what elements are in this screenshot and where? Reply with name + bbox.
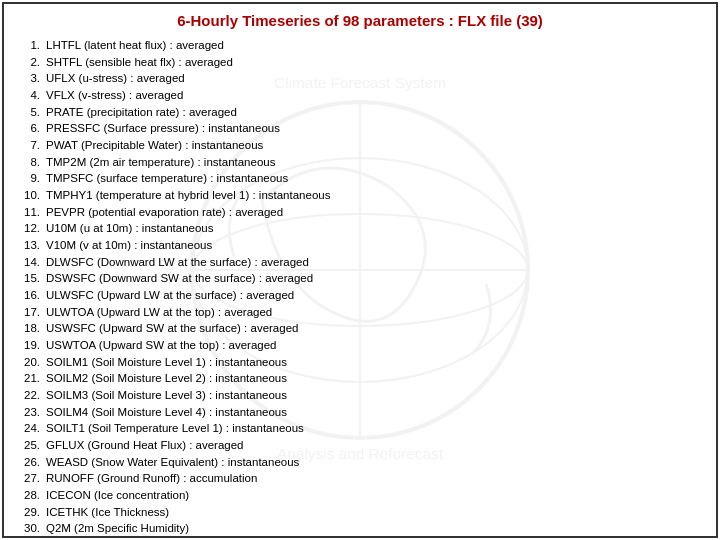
param-description: SHTFL (sensible heat flx) : averaged	[46, 54, 704, 71]
param-number: 22.	[16, 387, 44, 404]
page-title: 6-Hourly Timeseries of 98 parameters : F…	[16, 12, 704, 29]
param-description: Q2M (2m Specific Humidity)	[46, 520, 704, 537]
param-number: 2.	[16, 54, 44, 71]
param-number: 31.	[16, 537, 44, 538]
param-description: SOILM1 (Soil Moisture Level 1) : instant…	[46, 354, 704, 371]
param-number: 1.	[16, 37, 44, 54]
param-description: ULWTOA (Upward LW at the top) : averaged	[46, 304, 704, 321]
param-number: 6.	[16, 120, 44, 137]
param-description: ICECON (Ice concentration)	[46, 487, 704, 504]
param-number: 23.	[16, 404, 44, 421]
param-description: GFLUX (Ground Heat Flux) : averaged	[46, 437, 704, 454]
param-number: 18.	[16, 320, 44, 337]
param-number: 28.	[16, 487, 44, 504]
param-number: 17.	[16, 304, 44, 321]
param-number: 9.	[16, 170, 44, 187]
param-number: 20.	[16, 354, 44, 371]
param-number: 19.	[16, 337, 44, 354]
param-number: 8.	[16, 154, 44, 171]
param-number: 10.	[16, 187, 44, 204]
param-number: 13.	[16, 237, 44, 254]
param-description: ULWSFC (Upward LW at the surface) : aver…	[46, 287, 704, 304]
param-number: 21.	[16, 370, 44, 387]
param-number: 24.	[16, 420, 44, 437]
param-description: SOILT1 (Soil Temperature Level 1) : inst…	[46, 420, 704, 437]
param-description: USWTOA (Upward SW at the top) : averaged	[46, 337, 704, 354]
param-description: WEASD (Snow Water Equivalent) : instanta…	[46, 454, 704, 471]
param-number: 14.	[16, 254, 44, 271]
param-description: SOILM4 (Soil Moisture Level 4) : instant…	[46, 404, 704, 421]
param-description: USWSFC (Upward SW at the surface) : aver…	[46, 320, 704, 337]
param-number: 11.	[16, 204, 44, 221]
param-description: DLWSFC (Downward LW at the surface) : av…	[46, 254, 704, 271]
parameter-list: 1.LHTFL (latent heat flux) : averaged2.S…	[16, 37, 704, 538]
param-description: TMPSFC (surface temperature) : instantan…	[46, 170, 704, 187]
param-description: V10M (v at 10m) : instantaneous	[46, 237, 704, 254]
param-description: PRESSFC (Surface pressure) : instantaneo…	[46, 120, 704, 137]
param-description: TMP2M (2m air temperature) : instantaneo…	[46, 154, 704, 171]
param-description: SOILM3 (Soil Moisture Level 3) : instant…	[46, 387, 704, 404]
param-description: ICETHK (Ice Thickness)	[46, 504, 704, 521]
param-number: 26.	[16, 454, 44, 471]
param-number: 29.	[16, 504, 44, 521]
param-description: U10M (u at 10m) : instantaneous	[46, 220, 704, 237]
param-description: PEVPR (potential evaporation rate) : ave…	[46, 204, 704, 221]
param-number: 25.	[16, 437, 44, 454]
param-number: 27.	[16, 470, 44, 487]
param-number: 16.	[16, 287, 44, 304]
param-description: SOILM2 (Soil Moisture Level 2) : instant…	[46, 370, 704, 387]
param-description: UFLX (u-stress) : averaged	[46, 70, 704, 87]
param-number: 30.	[16, 520, 44, 537]
param-description: TMIN (Minimum 2m air temperature)	[46, 537, 704, 538]
param-number: 3.	[16, 70, 44, 87]
param-number: 5.	[16, 104, 44, 121]
param-description: DSWSFC (Downward SW at the surface) : av…	[46, 270, 704, 287]
param-number: 7.	[16, 137, 44, 154]
param-description: PWAT (Precipitable Water) : instantaneou…	[46, 137, 704, 154]
param-description: LHTFL (latent heat flux) : averaged	[46, 37, 704, 54]
param-description: PRATE (precipitation rate) : averaged	[46, 104, 704, 121]
param-description: RUNOFF (Ground Runoff) : accumulation	[46, 470, 704, 487]
param-number: 4.	[16, 87, 44, 104]
param-description: VFLX (v-stress) : averaged	[46, 87, 704, 104]
param-description: TMPHY1 (temperature at hybrid level 1) :…	[46, 187, 704, 204]
param-number: 12.	[16, 220, 44, 237]
param-number: 15.	[16, 270, 44, 287]
